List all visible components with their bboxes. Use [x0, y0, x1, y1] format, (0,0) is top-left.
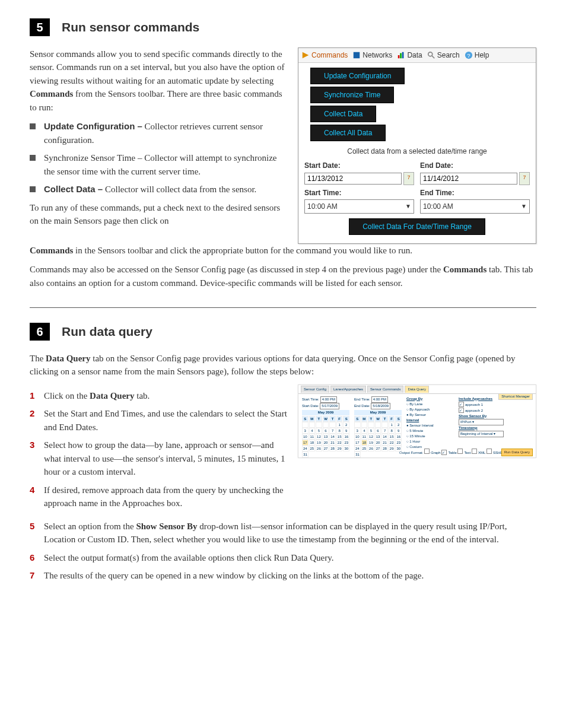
group-opt-lane[interactable]: ○ By Lane: [406, 402, 454, 407]
of-table-check[interactable]: ✓: [441, 450, 447, 455]
th-end-time-val[interactable]: 4:00 PM: [371, 396, 388, 403]
group-by-heading: Group By: [406, 396, 454, 402]
of-xml-check[interactable]: [472, 449, 477, 454]
synchronize-time-button[interactable]: Synchronize Time: [310, 87, 394, 103]
s6-p1c: tab on the Sensor Config page provides v…: [30, 354, 516, 377]
s5-intro-bold: Commands: [30, 89, 73, 98]
th-end-time-label: End Time:: [354, 398, 370, 401]
end-date-label: End Date:: [420, 160, 530, 171]
thumb-tab-lanes[interactable]: Lanes/Approaches: [330, 386, 366, 393]
collect-all-data-button[interactable]: Collect All Data: [310, 125, 386, 141]
chevron-down-icon: ▼: [521, 202, 527, 211]
s6-n1: 1: [30, 389, 34, 403]
tab-search[interactable]: Search: [425, 49, 462, 61]
start-date-input[interactable]: [304, 173, 402, 185]
commands-icon: [301, 51, 310, 59]
start-date-calendar-icon[interactable]: 7: [403, 172, 414, 185]
start-month: May 2009: [302, 410, 349, 415]
interval-heading: Interval: [406, 418, 454, 423]
start-time-select[interactable]: 10:00 AM▼: [304, 199, 414, 214]
s5-p2-cont: Commands in the Sensors toolbar and clic…: [30, 244, 536, 257]
section5-number: 5: [30, 18, 50, 36]
thumb-tab-sensorconfig[interactable]: Sensor Config: [301, 386, 329, 393]
s6-n5: 5: [30, 520, 34, 533]
th-start-time-label: Start Time:: [302, 398, 319, 401]
tab-networks[interactable]: Networks: [351, 49, 394, 61]
collect-date-range-button[interactable]: Collect Data For Date/Time Range: [349, 218, 485, 235]
end-date-input[interactable]: [420, 173, 517, 185]
s5-bullet2: Synchronize Sensor Time – Collector will…: [30, 151, 287, 178]
section6-title: Run data query: [62, 322, 152, 341]
s5-p3a: Commands may also be accessed on the Sen…: [30, 265, 443, 274]
chevron-down-icon: ▼: [405, 202, 411, 211]
s6-n4: 4: [30, 484, 34, 497]
tab-data[interactable]: Data: [395, 49, 424, 61]
end-month: May 2009: [354, 410, 402, 415]
s6-intro: The Data Query tab on the Sensor Config …: [30, 352, 536, 379]
s6-li3: 3Select how to group the data—by lane, a…: [30, 438, 287, 479]
tab-networks-label: Networks: [363, 50, 392, 61]
svg-rect-3: [400, 53, 402, 58]
s6-p1b-bold: Data Query: [46, 354, 90, 363]
svg-line-6: [432, 55, 434, 58]
s6-li1c: tab.: [134, 391, 150, 400]
interval-opt-sensor[interactable]: ● Sensor Interval: [406, 423, 454, 428]
s5-intro: Sensor commands allow you to send specif…: [30, 47, 287, 115]
s6-p1a: The: [30, 354, 46, 363]
approach2-checkbox[interactable]: ✓approach 2: [459, 408, 506, 414]
end-time-select[interactable]: 10:00 AM▼: [420, 199, 530, 214]
end-time-label: End Time:: [420, 187, 530, 198]
networks-icon: [352, 51, 361, 59]
approach1-checkbox[interactable]: ✓approach 1: [459, 402, 506, 408]
collect-data-button[interactable]: Collect Data: [310, 106, 376, 122]
interval-opt-15min[interactable]: ○ 15 Minute: [406, 434, 454, 439]
s6-li5a: Select an option from the: [44, 522, 136, 531]
end-calendar[interactable]: End Time: 4:00 PM End Date: 5/18/2009 Ma…: [354, 396, 402, 457]
data-icon: [397, 51, 405, 59]
th-start-time-val[interactable]: 4:00 PM: [320, 396, 337, 403]
svg-rect-2: [398, 55, 400, 58]
th-end-date-val[interactable]: 5/18/2009: [371, 403, 390, 409]
run-data-query-button[interactable]: Run Data Query: [501, 449, 533, 456]
th-start-date-val[interactable]: 5/17/2009: [320, 403, 339, 409]
thumb-tab-commands[interactable]: Sensor Commands: [367, 386, 403, 393]
tab-search-label: Search: [437, 50, 460, 61]
update-configuration-button[interactable]: Update Configuration: [310, 68, 405, 84]
s5-bullet3: Collect Data – Collector will collect da…: [30, 183, 287, 196]
output-format-row: Output Format: Graph ✓Table Text XML SSH…: [399, 449, 503, 456]
s6-li5b-bold: Show Sensor By: [136, 522, 197, 531]
s6-li7: 7The results of the query can be opened …: [30, 569, 536, 583]
thumb-tab-dataquery[interactable]: Data Query: [405, 386, 429, 393]
data-query-screenshot: Sensor Config Lanes/Approaches Sensor Co…: [298, 384, 536, 458]
s6-n6: 6: [30, 551, 34, 565]
of-sshd-check[interactable]: [486, 449, 492, 454]
timestamp-select[interactable]: Beginning of Interval ▾: [459, 431, 504, 437]
timestamp-heading: Timestamp: [459, 425, 506, 431]
s6-li1: 1Click on the Data Query tab.: [30, 389, 287, 403]
interval-opt-1hour[interactable]: ○ 1 Hour: [406, 439, 454, 444]
group-opt-sensor[interactable]: ● By Sensor: [406, 412, 454, 418]
tab-help-label: Help: [475, 50, 489, 61]
s6-li4: 4If desired, remove approach data from t…: [30, 484, 287, 510]
start-calendar[interactable]: Start Time: 4:00 PM Start Date: 5/17/200…: [302, 396, 349, 457]
end-time-value: 10:00 AM: [423, 201, 453, 212]
help-icon: ?: [465, 51, 473, 59]
end-date-calendar-icon[interactable]: 7: [519, 172, 530, 185]
s6-n3: 3: [30, 438, 34, 452]
tab-help[interactable]: ? Help: [463, 49, 491, 61]
collect-range-caption: Collect data from a selected date/time r…: [304, 146, 530, 157]
of-graph-check[interactable]: [424, 449, 430, 454]
shortcut-manager-button[interactable]: Shortcut Manager: [498, 393, 533, 400]
group-opt-approach[interactable]: ○ By Approach: [406, 407, 454, 412]
s6-n2: 2: [30, 407, 34, 421]
s6-li5: 5Select an option from the Show Sensor B…: [30, 520, 536, 546]
interval-opt-5min[interactable]: ○ 5 Minute: [406, 428, 454, 434]
th-end-date-label: End Date:: [354, 404, 370, 408]
s5-p2c: in the Sensors toolbar and click the app…: [73, 246, 412, 255]
tab-commands[interactable]: Commands: [300, 49, 349, 61]
show-sensor-select[interactable]: IP/Port ▾: [459, 419, 504, 425]
tab-commands-label: Commands: [311, 50, 348, 61]
s5-bullet1: Update Configuration – Collector retriev…: [30, 120, 287, 147]
s5-p3: Commands may also be accessed on the Sen…: [30, 263, 536, 290]
of-text-check[interactable]: [457, 449, 463, 454]
